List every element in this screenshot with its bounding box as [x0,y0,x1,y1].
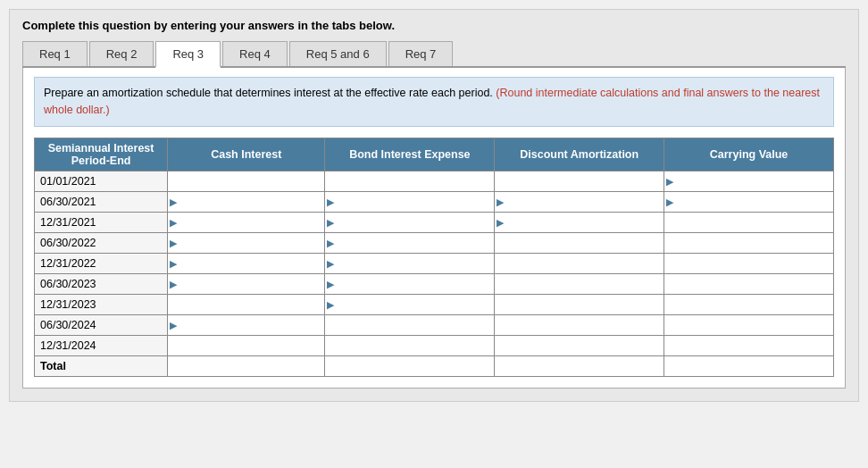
carrying-value-cell[interactable] [664,355,834,376]
period-cell: 12/31/2022 [35,253,168,273]
discount-amortization-input[interactable] [500,196,658,208]
input-arrow-icon: ▶ [327,196,334,207]
header-bond: Bond Interest Expense [325,138,495,171]
cash-interest-cell[interactable]: ▶ [168,253,325,273]
cash-interest-cell[interactable] [168,171,325,191]
tab-req5and6[interactable]: Req 5 and 6 [289,41,387,66]
header-cash: Cash Interest [168,138,325,171]
carrying-value-cell[interactable] [664,253,834,273]
discount-amortization-cell[interactable] [495,273,664,294]
bond-interest-cell[interactable] [325,171,495,191]
input-arrow-icon: ▶ [327,237,334,248]
table-row: 01/01/2021▶ [35,171,834,191]
carrying-value-cell[interactable] [664,212,834,232]
carrying-value-cell[interactable] [664,314,834,335]
discount-amortization-cell[interactable] [495,314,664,335]
period-cell: 06/30/2024 [35,314,168,335]
discount-amortization-cell[interactable] [495,294,664,314]
carrying-value-cell[interactable] [664,273,834,294]
period-cell: 06/30/2022 [35,232,168,253]
instruction-text: Complete this question by entering your … [22,19,846,32]
bond-interest-input[interactable] [330,257,488,270]
bond-interest-cell[interactable] [325,355,495,376]
period-cell: 12/31/2021 [35,212,168,232]
table-row: 12/31/2022▶▶ [35,253,834,273]
cash-interest-cell[interactable] [168,335,325,355]
bond-interest-input[interactable] [330,298,488,311]
carrying-value-input[interactable] [670,196,828,208]
bond-interest-cell[interactable]: ▶ [325,232,495,253]
bond-interest-input[interactable] [330,216,488,229]
period-cell: Total [35,355,168,376]
input-arrow-icon: ▶ [170,257,177,269]
period-cell: 12/31/2024 [35,335,168,355]
bond-interest-cell[interactable] [325,314,495,335]
cash-interest-input[interactable] [173,196,319,208]
cash-interest-input[interactable] [173,319,319,331]
bond-interest-cell[interactable]: ▶ [325,191,495,212]
cash-interest-input[interactable] [173,278,319,290]
carrying-value-cell[interactable]: ▶ [664,171,834,191]
discount-amortization-cell[interactable] [495,355,664,376]
cash-interest-input[interactable] [173,237,319,249]
info-box: Prepare an amortization schedule that de… [34,77,834,127]
discount-amortization-cell[interactable] [495,232,664,253]
tab-req4[interactable]: Req 4 [222,41,288,66]
input-arrow-icon: ▶ [170,319,177,330]
period-cell: 01/01/2021 [35,171,168,191]
carrying-value-cell[interactable] [664,335,834,355]
cash-interest-cell[interactable]: ▶ [168,212,325,232]
discount-amortization-cell[interactable] [495,171,664,191]
input-arrow-icon: ▶ [666,175,673,187]
discount-amortization-input[interactable] [500,216,658,229]
input-arrow-icon: ▶ [170,278,177,289]
tab-req7[interactable]: Req 7 [388,41,454,66]
carrying-value-cell[interactable]: ▶ [664,191,834,212]
outer-container: Complete this question by entering your … [9,9,859,402]
bond-interest-cell[interactable]: ▶ [325,294,495,314]
bond-interest-cell[interactable] [325,335,495,355]
period-cell: 06/30/2021 [35,191,168,212]
bond-interest-input[interactable] [330,196,488,208]
bond-interest-cell[interactable]: ▶ [325,212,495,232]
cash-interest-input[interactable] [173,257,319,270]
table-row: 06/30/2024▶ [35,314,834,335]
bond-interest-input[interactable] [330,278,488,290]
cash-interest-cell[interactable] [168,355,325,376]
period-cell: 06/30/2023 [35,273,168,294]
bond-interest-cell[interactable]: ▶ [325,253,495,273]
content-area: Prepare an amortization schedule that de… [22,68,846,389]
carrying-value-cell[interactable] [664,232,834,253]
discount-amortization-cell[interactable] [495,253,664,273]
input-arrow-icon: ▶ [170,196,177,207]
input-arrow-icon: ▶ [170,216,177,228]
discount-amortization-cell[interactable]: ▶ [495,212,664,232]
input-arrow-icon: ▶ [327,257,334,269]
cash-interest-cell[interactable]: ▶ [168,191,325,212]
carrying-value-input[interactable] [670,175,828,188]
cash-interest-input[interactable] [173,216,319,229]
tab-req3[interactable]: Req 3 [155,41,221,68]
bond-interest-input[interactable] [330,237,488,249]
carrying-value-cell[interactable] [664,294,834,314]
amortization-table: Semiannual Interest Period-End Cash Inte… [34,138,834,377]
bond-interest-cell[interactable]: ▶ [325,273,495,294]
info-main-text: Prepare an amortization schedule that de… [44,87,493,99]
input-arrow-icon: ▶ [327,278,334,289]
table-row: 12/31/2021▶▶▶ [35,212,834,232]
tab-req2[interactable]: Req 2 [89,41,154,66]
input-arrow-icon: ▶ [666,196,673,207]
cash-interest-cell[interactable] [168,294,325,314]
header-period: Semiannual Interest Period-End [35,138,168,171]
table-row: 12/31/2024 [35,335,834,355]
table-row: Total [35,355,834,376]
tabs-row: Req 1 Req 2 Req 3 Req 4 Req 5 and 6 Req … [22,41,846,68]
input-arrow-icon: ▶ [497,216,504,228]
tab-req1[interactable]: Req 1 [22,41,88,66]
cash-interest-cell[interactable]: ▶ [168,314,325,335]
cash-interest-cell[interactable]: ▶ [168,273,325,294]
table-row: 12/31/2023▶ [35,294,834,314]
discount-amortization-cell[interactable]: ▶ [495,191,664,212]
discount-amortization-cell[interactable] [495,335,664,355]
cash-interest-cell[interactable]: ▶ [168,232,325,253]
